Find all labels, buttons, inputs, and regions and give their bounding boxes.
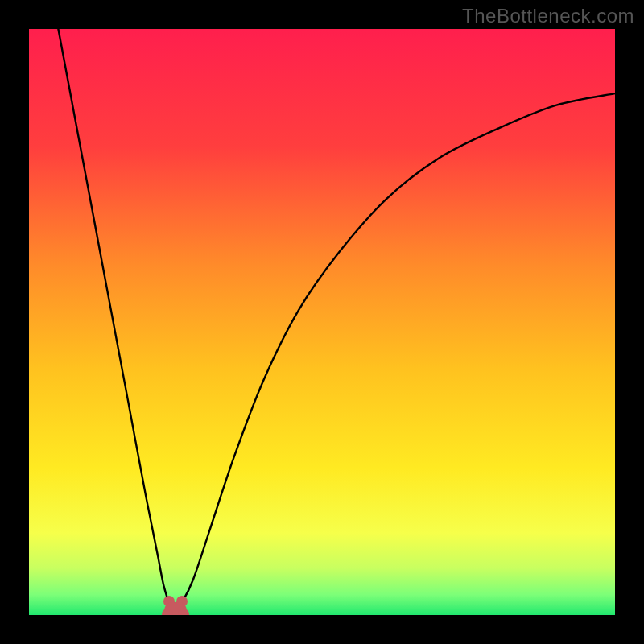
watermark-text: TheBottleneck.com	[462, 5, 634, 27]
plot-area	[29, 29, 615, 615]
chart-frame: TheBottleneck.com	[0, 0, 644, 644]
bottleneck-curve	[29, 29, 615, 615]
minimum-marker-dot	[162, 609, 173, 615]
minimum-marker-dot	[178, 609, 189, 615]
